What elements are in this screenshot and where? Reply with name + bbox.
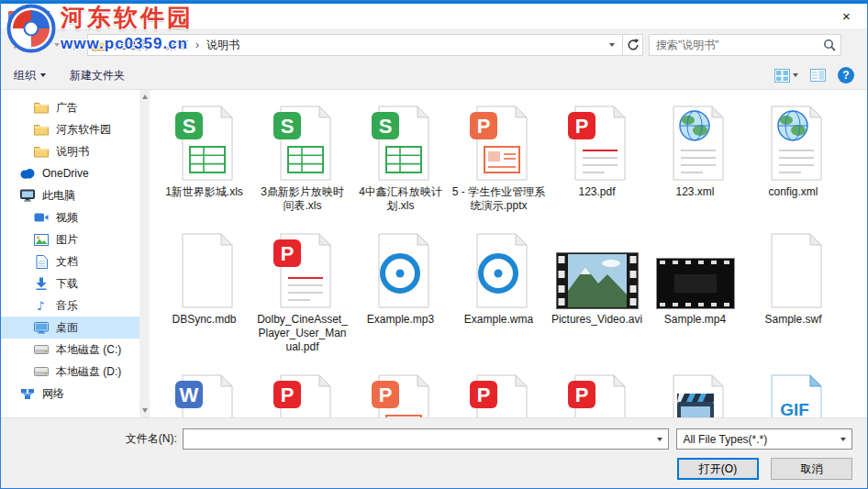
- search-input[interactable]: [650, 39, 823, 51]
- file-item[interactable]: [646, 366, 744, 417]
- filename-input[interactable]: [183, 428, 670, 450]
- disk-icon: [33, 345, 50, 354]
- mp4-file-icon: [656, 225, 735, 309]
- doc-file-icon: W: [175, 366, 234, 417]
- file-item[interactable]: Example.mp3: [351, 225, 450, 354]
- xls-file-icon: S: [273, 97, 332, 182]
- sidebar-item-videos[interactable]: 视频: [1, 206, 150, 228]
- filename-dropdown-icon[interactable]: [651, 429, 668, 449]
- sidebar-item-onedrive[interactable]: OneDrive: [1, 162, 150, 184]
- file-item[interactable]: S3鼎新影片放映时间表.xls: [253, 97, 351, 213]
- sidebar-item-folder-hedong[interactable]: 河东软件园: [1, 118, 150, 140]
- sidebar-item-music[interactable]: ♪音乐: [1, 295, 150, 317]
- close-button[interactable]: ×: [826, 4, 867, 28]
- sidebar-item-folder-manual[interactable]: 说明书: [1, 140, 150, 162]
- file-item[interactable]: P5 - 学生作业管理系统演示.pptx: [450, 97, 548, 213]
- breadcrumb-item[interactable]: 说明书: [200, 35, 246, 55]
- svg-text:S: S: [378, 115, 392, 138]
- forward-button[interactable]: →: [28, 34, 50, 56]
- dialog-footer: 文件名(N): All File Types(*.*) 打开(O) 取消: [1, 417, 867, 489]
- sidebar-item-label: 桌面: [56, 320, 78, 336]
- file-item[interactable]: Pictures_Video.avi: [548, 225, 646, 354]
- search-icon[interactable]: [823, 39, 836, 51]
- organize-dropdown-icon: [40, 73, 46, 77]
- file-item[interactable]: S4中鑫汇科放映计划.xls: [351, 97, 450, 213]
- refresh-button[interactable]: [623, 34, 643, 56]
- breadcrumb-item[interactable]: 此电脑: [108, 35, 154, 55]
- file-item[interactable]: config.xml: [744, 97, 842, 213]
- sidebar-item-downloads[interactable]: 下载: [1, 272, 150, 295]
- sidebar-item-folder-ad[interactable]: 广告: [1, 96, 150, 118]
- sidebar-item-network[interactable]: 网络: [1, 383, 150, 405]
- file-item[interactable]: Example.wma: [450, 225, 548, 354]
- svg-text:P: P: [476, 115, 490, 138]
- scroll-up-icon[interactable]: [142, 94, 148, 99]
- file-item[interactable]: S1新世界影城.xls: [155, 97, 253, 213]
- file-item[interactable]: Sample.swf: [744, 225, 842, 354]
- organize-menu[interactable]: 组织: [14, 68, 46, 83]
- file-item[interactable]: P: [253, 366, 351, 417]
- file-name-label: Sample.swf: [747, 313, 840, 327]
- address-dropdown-icon[interactable]: [606, 43, 618, 47]
- file-name-label: 3鼎新影片放映时间表.xls: [256, 185, 350, 213]
- file-item[interactable]: W: [155, 366, 253, 417]
- navigation-pane: 广告河东软件园说明书OneDrive此电脑视频图片文档下载♪音乐桌面本地磁盘 (…: [1, 90, 150, 417]
- file-item[interactable]: GIF: [744, 366, 842, 417]
- sidebar-item-label: 图片: [56, 232, 78, 248]
- sidebar-item-label: 文档: [56, 254, 78, 270]
- file-item[interactable]: P: [351, 366, 450, 417]
- address-bar[interactable]: 此电脑›桌面›说明书: [87, 34, 623, 56]
- avi-file-icon: [556, 225, 639, 309]
- open-button[interactable]: 打开(O): [677, 458, 759, 480]
- recent-locations-chevron-icon[interactable]: [50, 43, 63, 47]
- file-item[interactable]: Sample.mp4: [646, 225, 744, 354]
- folder-icon: [33, 123, 50, 136]
- sidebar-item-disk-d[interactable]: 本地磁盘 (D:): [1, 361, 150, 383]
- sidebar-item-disk-c[interactable]: 本地磁盘 (C:): [1, 339, 150, 361]
- folder-icon: [33, 145, 50, 158]
- svg-text:S: S: [280, 115, 294, 138]
- file-name-label: 123.xml: [649, 185, 742, 199]
- file-item[interactable]: 123.xml: [646, 97, 744, 213]
- sidebar-item-this-pc[interactable]: 此电脑: [1, 184, 150, 206]
- file-item[interactable]: P: [450, 366, 548, 417]
- xls-file-icon: S: [372, 97, 430, 182]
- svg-text:S: S: [182, 115, 195, 138]
- svg-text:P: P: [574, 383, 588, 406]
- svg-text:P: P: [280, 383, 294, 406]
- view-dropdown-icon: [793, 73, 798, 77]
- breadcrumb-item[interactable]: 桌面: [160, 35, 195, 55]
- cancel-button[interactable]: 取消: [771, 458, 852, 480]
- file-name-label: DBSync.mdb: [158, 313, 251, 327]
- back-button[interactable]: ←: [6, 34, 28, 56]
- file-item[interactable]: P123.pdf: [548, 97, 646, 213]
- change-view-button[interactable]: [774, 69, 798, 83]
- filename-label: 文件名(N):: [118, 431, 177, 447]
- titlebar[interactable]: 打开 ×: [1, 4, 867, 28]
- scroll-down-icon[interactable]: [142, 408, 148, 413]
- file-item[interactable]: DBSync.mdb: [155, 225, 253, 354]
- preview-pane-button[interactable]: [810, 69, 826, 82]
- sidebar-scrollbar[interactable]: [139, 90, 150, 417]
- file-item[interactable]: P: [548, 366, 646, 417]
- file-name-label: 4中鑫汇科放映计划.xls: [354, 185, 448, 213]
- help-button[interactable]: ?: [838, 67, 854, 83]
- svg-text:♪: ♪: [37, 299, 44, 312]
- desktop-icon: [33, 322, 50, 334]
- file-name-label: 5 - 学生作业管理系统演示.pptx: [452, 185, 546, 213]
- sidebar-item-label: 下载: [56, 276, 78, 292]
- file-name-label: Sample.mp4: [649, 313, 742, 327]
- filetype-value: All File Types(*.*): [683, 433, 840, 446]
- sidebar-item-label: 河东软件园: [56, 122, 111, 138]
- sidebar-item-desktop[interactable]: 桌面: [1, 317, 150, 339]
- svg-text:P: P: [476, 383, 490, 406]
- sidebar-item-pictures[interactable]: 图片: [1, 228, 150, 250]
- up-button[interactable]: ↑: [63, 34, 85, 56]
- file-item[interactable]: PDolby_CineAsset_Player_User_Manual.pdf: [253, 225, 351, 354]
- xls-file-icon: S: [175, 97, 234, 182]
- breadcrumb-folder-icon: [92, 39, 106, 51]
- filetype-dropdown[interactable]: All File Types(*.*): [676, 428, 852, 450]
- new-folder-button[interactable]: 新建文件夹: [70, 68, 125, 83]
- sidebar-item-documents[interactable]: 文档: [1, 250, 150, 272]
- network-icon: [19, 388, 36, 400]
